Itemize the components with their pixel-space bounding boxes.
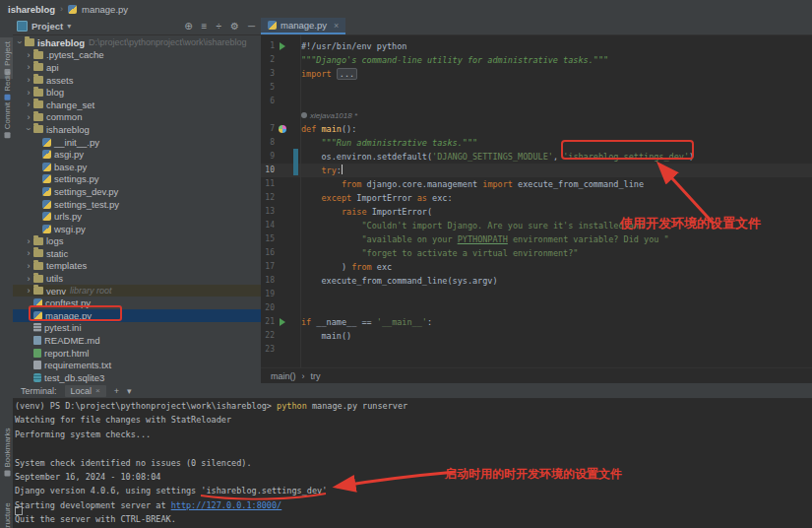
tree-item-assets[interactable]: ›assets: [13, 74, 261, 87]
tool-strip-redis[interactable]: Redis: [0, 72, 13, 99]
close-icon[interactable]: ×: [95, 386, 100, 395]
tree-item-pytest-ini[interactable]: pytest.ini: [13, 322, 261, 335]
html-icon: [33, 349, 41, 358]
tree-item-label: ishareblog: [46, 124, 90, 135]
line-number: 12: [261, 191, 275, 205]
chevron-closed-icon[interactable]: ›: [24, 88, 33, 98]
txt-icon: [33, 361, 41, 369]
tree-item-templates[interactable]: ›templates: [13, 260, 261, 273]
code-line: 11 from django.core.management import ex…: [261, 177, 812, 191]
tree-item-venv[interactable]: ›venvlibrary root: [13, 285, 261, 297]
code-text: from django.core.management import execu…: [301, 177, 644, 191]
line-number: 22: [261, 329, 275, 343]
chevron-down-icon[interactable]: ▾: [67, 22, 71, 31]
tree-item--pytest-cache[interactable]: ›.pytest_cache: [13, 49, 261, 62]
tree-item-utils[interactable]: ›utils: [13, 272, 261, 285]
tree-item-api[interactable]: ›api: [13, 61, 261, 74]
tool-strip-commit[interactable]: Commit: [0, 102, 13, 138]
tree-item-static[interactable]: ›static: [13, 247, 261, 260]
terminal-output[interactable]: (venv) PS D:\project\pythonproject\work\…: [15, 399, 812, 528]
terminal-line: Django version 4.0.6, using settings 'is…: [15, 484, 812, 497]
code-line: 23: [261, 343, 812, 357]
tree-item-base-py[interactable]: base.py: [13, 161, 261, 173]
tree-item-report-html[interactable]: report.html: [13, 347, 261, 360]
breadcrumb-try[interactable]: try: [311, 371, 321, 381]
run-icon[interactable]: [280, 318, 285, 326]
code-text: """Django's command-line utility for adm…: [301, 53, 608, 67]
bookmarks-icon: [4, 471, 10, 477]
code-text: def main():: [301, 122, 356, 136]
tree-item-change-set[interactable]: ›change_set: [13, 99, 261, 111]
folder-icon: [33, 76, 43, 84]
tree-item-asgi-py[interactable]: asgi.py: [13, 148, 261, 161]
editor-area[interactable]: manage.py × 1#!/usr/bin/env python2"""Dj…: [261, 18, 812, 383]
code-line: 5: [261, 81, 812, 95]
line-number: 15: [261, 232, 275, 246]
tree-item-wsgi-py[interactable]: wsgi.py: [13, 223, 261, 235]
chevron-closed-icon[interactable]: ›: [24, 112, 33, 122]
chevron-open-icon[interactable]: ›: [15, 37, 25, 47]
code-text: import ...: [301, 67, 357, 81]
breadcrumb-main[interactable]: main(): [271, 371, 296, 381]
expand-all-icon[interactable]: ≡: [202, 22, 208, 32]
chevron-closed-icon[interactable]: ›: [24, 236, 33, 246]
tab-manage-py[interactable]: manage.py ×: [261, 18, 345, 34]
code-line: 18 execute_from_command_line(sys.argv): [261, 274, 812, 288]
method-marker-icon[interactable]: [279, 125, 286, 133]
tree-item-ishareblog[interactable]: ›ishareblogD:\project\pythonproject\work…: [13, 36, 261, 49]
project-panel-title[interactable]: Project: [31, 21, 63, 32]
tree-item-secondary: library root: [70, 286, 112, 296]
tree-item-settings-py[interactable]: settings.py: [13, 173, 261, 186]
tree-item-manage-py[interactable]: manage.py: [13, 309, 261, 322]
server-url-link[interactable]: http://127.0.0.1:8000/: [171, 500, 282, 510]
line-number: 19: [261, 288, 275, 301]
code-editor[interactable]: 1#!/usr/bin/env python2"""Django's comma…: [261, 34, 812, 373]
folder-icon: [33, 125, 43, 133]
locate-icon[interactable]: ⊕: [184, 22, 192, 32]
tool-window-icon: [17, 21, 28, 32]
hide-icon[interactable]: ─: [248, 22, 255, 32]
tree-item-test-db-sqlite3[interactable]: test_db.sqlite3: [13, 371, 261, 383]
tree-item-common[interactable]: ›common: [13, 111, 261, 124]
chevron-closed-icon[interactable]: ›: [24, 75, 33, 85]
chevron-closed-icon[interactable]: ›: [24, 248, 33, 258]
tool-strip-bookmarks[interactable]: Bookmarks: [0, 428, 13, 477]
tree-item--init-py[interactable]: __init__.py: [13, 136, 261, 149]
python-file-icon: [268, 21, 277, 30]
line-number: 20: [261, 301, 275, 315]
folder-icon: [33, 262, 43, 270]
chevron-closed-icon[interactable]: ›: [24, 261, 33, 271]
tree-item-readme-md[interactable]: README.md: [13, 334, 261, 347]
line-number: 17: [261, 260, 275, 274]
run-icon[interactable]: [280, 42, 285, 50]
collapse-all-icon[interactable]: ÷: [216, 22, 221, 32]
tree-item-label: wsgi.py: [54, 224, 86, 234]
settings-icon[interactable]: ⚙: [230, 22, 239, 32]
tree-item-settings-dev-py[interactable]: settings_dev.py: [13, 185, 261, 198]
new-terminal-icon[interactable]: +: [114, 386, 119, 396]
tree-item-ishareblog[interactable]: ›ishareblog: [13, 123, 261, 136]
tree-item-label: asgi.py: [54, 149, 84, 160]
tree-item-logs[interactable]: ›logs: [13, 235, 261, 248]
chevron-closed-icon[interactable]: ›: [24, 50, 33, 60]
tree-item-conftest-py[interactable]: conftest.py: [13, 297, 261, 309]
project-tree[interactable]: ›ishareblogD:\project\pythonproject\work…: [13, 36, 261, 383]
chevron-closed-icon[interactable]: ›: [24, 286, 33, 296]
tree-item-urls-py[interactable]: urls.py: [13, 210, 261, 223]
breadcrumb: main() › try: [261, 367, 812, 383]
line-number: 3: [261, 67, 275, 81]
tree-item-requirements-txt[interactable]: requirements.txt: [13, 359, 261, 371]
close-icon[interactable]: ×: [334, 21, 339, 31]
chevron-open-icon[interactable]: ›: [24, 124, 33, 134]
chevron-down-icon[interactable]: ▾: [127, 386, 132, 396]
tree-item-settings-test-py[interactable]: settings_test.py: [13, 198, 261, 211]
code-text: try:: [301, 164, 343, 177]
chevron-closed-icon[interactable]: ›: [24, 274, 33, 284]
code-line: 3import ...: [261, 67, 812, 81]
chevron-closed-icon[interactable]: ›: [24, 62, 33, 72]
terminal-tab-local[interactable]: Local ×: [65, 385, 106, 397]
tree-item-blog[interactable]: ›blog: [13, 86, 261, 99]
tool-strip-structure[interactable]: Structure: [0, 500, 13, 528]
chevron-closed-icon[interactable]: ›: [24, 99, 33, 109]
tree-item-label: settings_test.py: [54, 199, 119, 210]
